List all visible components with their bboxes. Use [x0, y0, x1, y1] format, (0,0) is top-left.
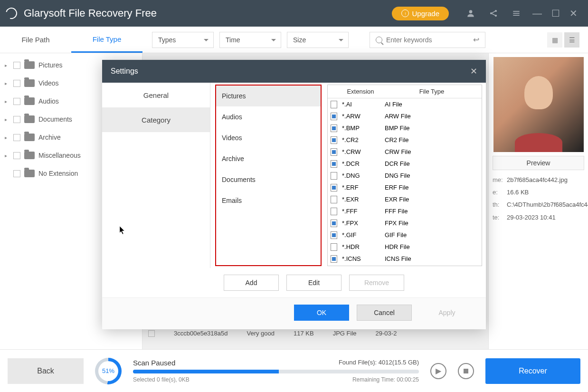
extension-value: *.DCR	[342, 160, 385, 167]
filetype-value: FFF File	[385, 208, 408, 215]
extension-panel: Extension File Type *.AIAI File*.ARWARW …	[327, 85, 482, 266]
extension-row[interactable]: *.FFFFFF File	[328, 205, 482, 217]
col-file-type: File Type	[382, 85, 482, 98]
extension-row[interactable]: *.DCRDCR File	[328, 158, 482, 170]
extension-row[interactable]: *.ICNSICNS File	[328, 253, 482, 265]
category-item[interactable]: Archive	[216, 148, 321, 169]
file-icon	[331, 172, 337, 180]
extension-row[interactable]: *.AIAI File	[328, 98, 482, 110]
apply-button[interactable]: Apply	[419, 305, 474, 321]
filetype-value: ICNS File	[385, 255, 411, 262]
file-icon	[331, 136, 337, 144]
filetype-value: DCR File	[385, 160, 410, 167]
category-item[interactable]: Videos	[216, 127, 321, 148]
file-icon	[331, 196, 337, 203]
filetype-value: DNG File	[385, 172, 410, 179]
filetype-value: BMP File	[385, 124, 410, 132]
file-icon	[331, 101, 337, 108]
file-icon	[331, 208, 337, 215]
edit-button[interactable]: Edit	[286, 275, 341, 291]
file-icon	[331, 243, 337, 251]
extension-value: *.FFF	[342, 208, 385, 215]
filetype-value: ERF File	[385, 184, 409, 191]
extension-value: *.FPX	[342, 220, 385, 227]
add-button[interactable]: Add	[224, 275, 279, 291]
ok-button[interactable]: OK	[294, 305, 349, 321]
extension-row[interactable]: *.GIFGIF File	[328, 229, 482, 241]
category-item[interactable]: Audios	[216, 106, 321, 127]
extension-value: *.GIF	[342, 231, 385, 239]
settings-nav-general[interactable]: General	[102, 83, 210, 107]
extension-value: *.EXR	[342, 196, 385, 203]
extension-value: *.BMP	[342, 124, 385, 132]
category-panel: PicturesAudiosVideosArchiveDocumentsEmai…	[215, 85, 322, 266]
file-icon	[331, 160, 337, 168]
extension-value: *.AI	[342, 101, 385, 108]
filetype-value: CR2 File	[385, 136, 409, 143]
file-icon	[331, 220, 337, 227]
col-extension: Extension	[339, 85, 382, 98]
file-icon	[331, 231, 337, 239]
file-icon	[331, 184, 337, 191]
file-icon	[331, 148, 337, 156]
extension-row[interactable]: *.BMPBMP File	[328, 122, 482, 134]
extension-value: *.CRW	[342, 148, 385, 155]
dialog-close-button[interactable]: ✕	[470, 66, 477, 76]
cancel-button[interactable]: Cancel	[357, 305, 412, 321]
filetype-value: FPX File	[385, 220, 408, 227]
file-icon	[331, 255, 337, 263]
remove-button[interactable]: Remove	[349, 275, 404, 291]
filetype-value: EXR File	[385, 196, 409, 203]
extension-row[interactable]: *.CRWCRW File	[328, 146, 482, 158]
extension-row[interactable]: *.ARWARW File	[328, 110, 482, 122]
extension-value: *.CR2	[342, 136, 385, 143]
extension-row[interactable]: *.DNGDNG File	[328, 170, 482, 182]
filetype-value: AI File	[385, 101, 402, 108]
extension-value: *.ERF	[342, 184, 385, 191]
file-icon	[331, 124, 337, 132]
extension-row[interactable]: *.HDRHDR File	[328, 241, 482, 253]
extension-value: *.DNG	[342, 172, 385, 179]
category-item[interactable]: Pictures	[216, 86, 321, 106]
extension-row[interactable]: *.ERFERF File	[328, 182, 482, 193]
extension-row[interactable]: *.EXREXR File	[328, 193, 482, 205]
extension-row[interactable]: *.FPXFPX File	[328, 217, 482, 229]
file-icon	[331, 113, 337, 120]
extension-row[interactable]: *.CR2CR2 File	[328, 134, 482, 146]
extension-value: *.ICNS	[342, 255, 385, 262]
filetype-value: GIF File	[385, 231, 407, 239]
dialog-title: Settings	[111, 67, 138, 76]
category-item[interactable]: Documents	[216, 169, 321, 190]
settings-nav-category[interactable]: Category	[102, 107, 210, 132]
filetype-value: CRW File	[385, 148, 411, 155]
filetype-value: HDR File	[385, 243, 410, 250]
category-item[interactable]: Emails	[216, 190, 321, 211]
settings-dialog: Settings ✕ General Category PicturesAudi…	[102, 60, 486, 329]
extension-value: *.HDR	[342, 243, 385, 250]
extension-value: *.ARW	[342, 113, 385, 120]
filetype-value: ARW File	[385, 113, 411, 120]
